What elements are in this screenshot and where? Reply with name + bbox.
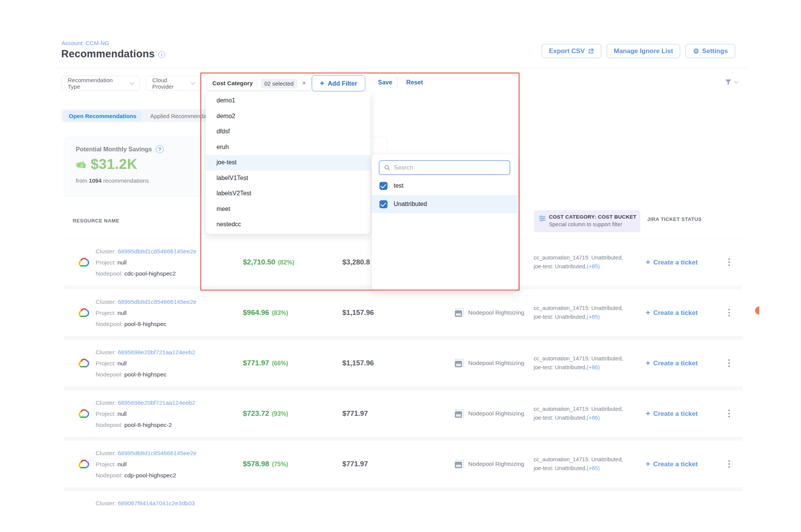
cost-category-option[interactable]: demo1 (206, 93, 370, 109)
kebab-menu-icon[interactable] (727, 358, 731, 368)
cost-category-option[interactable]: demo2 (206, 109, 370, 124)
bucket-search-input[interactable] (394, 164, 505, 171)
checkbox-checked-icon[interactable] (379, 182, 387, 190)
floating-widget-half-dot[interactable] (755, 307, 759, 315)
column-header-resource-name: RESOURCE NAME (73, 218, 119, 224)
cost-category-option[interactable]: eruh (206, 139, 370, 155)
cost-category-option[interactable]: joe-test (206, 155, 370, 170)
cloud-provider-filter[interactable]: Cloud Provider (146, 76, 201, 91)
info-icon[interactable]: i (158, 51, 165, 58)
potential-spend-cell: $1,157.96 (342, 359, 374, 367)
settings-button[interactable]: ⚙ Settings (685, 44, 735, 58)
kebab-menu-icon[interactable] (727, 307, 731, 318)
chevron-down-icon (734, 79, 738, 83)
kebab-menu-icon[interactable] (727, 459, 731, 469)
plus-icon: + (320, 79, 324, 88)
potential-savings-card: Potential Monthly Savings ? $31.2K from … (64, 137, 202, 197)
more-buckets-link[interactable]: (+85) (587, 314, 600, 320)
chevron-down-icon (191, 81, 195, 85)
nodepool-rightsizing-icon (455, 460, 464, 468)
checkbox-checked-icon[interactable] (379, 200, 387, 208)
cost-bucket-dropdown: test Unattributed (372, 154, 517, 291)
recommendation-type-filter[interactable]: Recommendation Type (61, 76, 140, 91)
recommendation-count: 1094 (89, 177, 101, 184)
manage-ignore-list-button[interactable]: Manage Ignore List (607, 44, 681, 58)
cluster-link[interactable]: 6895698e20bf721aa124eeb2 (118, 349, 195, 355)
cost-category-option[interactable]: labelsV2Test (206, 186, 370, 201)
breadcrumb-account: Account: CCM-NG (62, 40, 109, 46)
create-ticket-button[interactable]: + Create a ticket (646, 409, 698, 418)
monthly-savings-cell: $964.96(83%) (243, 308, 288, 317)
potential-spend-cell: $771.97 (342, 409, 368, 418)
gcp-cloud-icon (77, 458, 90, 470)
resource-name-cell: Cluster: 68995db8d1c854666145ee2e Projec… (96, 246, 197, 279)
table-row: Cluster: 689067f8414a7041c2e3db03 (64, 491, 742, 507)
plus-icon: + (646, 308, 650, 317)
savings-subtitle: from 1094 recommendations (76, 177, 149, 184)
cost-category-dropdown-list: demo1demo2dfdsferuhjoe-testlabelV1Testla… (206, 93, 370, 232)
table-row: Cluster: 6895698e20bf721aa124eeb2 Projec… (64, 390, 742, 437)
more-buckets-link[interactable]: (+86) (587, 415, 600, 421)
cost-category-option[interactable]: dfdsf (206, 124, 370, 139)
column-header-jira-status: JIRA TICKET STATUS (647, 216, 702, 222)
resource-name-cell: Cluster: 68995db8d1c854666145ee2e Projec… (96, 296, 197, 329)
gear-icon: ⚙ (693, 48, 699, 55)
tab-open-recommendations[interactable]: Open Recommendations (63, 111, 142, 121)
table-row: Cluster: 6895698e20bf721aa124eeb2 Projec… (64, 340, 742, 386)
create-ticket-button[interactable]: + Create a ticket (646, 460, 698, 469)
divider (397, 78, 397, 88)
monthly-savings-cell: $771.97(66%) (243, 359, 288, 367)
savings-card-title: Potential Monthly Savings (76, 146, 152, 153)
add-filter-button[interactable]: + Add Filter (312, 75, 365, 91)
nodepool-rightsizing-icon (455, 359, 464, 367)
monthly-savings-cell: $2,710.50(82%) (243, 258, 294, 266)
page-title: Recommendations (61, 48, 155, 60)
cost-bucket-option[interactable]: Unattributed (372, 195, 517, 213)
kebab-menu-icon[interactable] (727, 257, 731, 268)
plus-icon: + (646, 258, 650, 267)
more-buckets-link[interactable]: (+86) (587, 364, 600, 370)
recommendations-page: Account: CCM-NG Recommendations i Export… (0, 0, 801, 532)
cost-bucket-option[interactable]: test (372, 177, 517, 195)
export-csv-button[interactable]: Export CSV (542, 44, 601, 58)
more-buckets-link[interactable]: (+85) (587, 465, 600, 471)
recommendation-type-tag: Nodepool Rightsizing (455, 409, 524, 418)
sliders-icon (539, 215, 546, 222)
monthly-savings-cell: $578.98(75%) (243, 460, 288, 468)
create-ticket-button[interactable]: + Create a ticket (646, 258, 698, 267)
chip-divider (257, 79, 257, 87)
gcp-cloud-icon (77, 256, 90, 268)
cluster-link[interactable]: 68995db8d1c854666145ee2e (118, 450, 197, 456)
create-ticket-button[interactable]: + Create a ticket (646, 359, 698, 368)
reset-filter-button[interactable]: Reset (406, 79, 423, 86)
plus-icon: + (646, 460, 650, 469)
cost-bucket-cell: cc_automation_14715: Unattributed, joe-t… (534, 354, 623, 372)
cost-category-dropdown: demo1demo2dfdsferuhjoe-testlabelV1Testla… (206, 92, 370, 234)
plus-icon: + (646, 359, 650, 368)
gcp-cloud-icon (77, 408, 90, 419)
recommendation-type-tag: Nodepool Rightsizing (455, 359, 524, 367)
potential-spend-cell: $3,280.8 (342, 258, 370, 266)
cost-category-option[interactable]: meet (206, 201, 370, 217)
cluster-link[interactable]: 689067f8414a7041c2e3db03 (118, 500, 195, 506)
close-icon[interactable]: × (302, 79, 306, 87)
cluster-link[interactable]: 68995db8d1c854666145ee2e (118, 298, 197, 305)
resource-name-cell: Cluster: 68995db8d1c854666145ee2e Projec… (96, 448, 197, 481)
filter-panel-toggle[interactable] (724, 78, 738, 86)
create-ticket-button[interactable]: + Create a ticket (646, 308, 698, 317)
cost-bucket-cell: cc_automation_14715: Unattributed, joe-t… (534, 455, 623, 473)
monthly-savings-cell: $723.72(93%) (243, 409, 288, 418)
question-icon[interactable]: ? (156, 145, 164, 153)
cluster-link[interactable]: 6895698e20bf721aa124eeb2 (118, 399, 195, 406)
potential-spend-cell: $1,157.96 (342, 308, 374, 317)
recommendation-type-tag: Nodepool Rightsizing (455, 460, 524, 468)
cost-category-filter-chip[interactable]: Cost Category 02 selected × (207, 76, 312, 91)
funnel-icon (724, 78, 733, 86)
cost-category-option[interactable]: nestedcc (206, 217, 370, 232)
kebab-menu-icon[interactable] (727, 408, 731, 419)
cluster-link[interactable]: 68995db8d1c854666145ee2e (118, 248, 197, 255)
cost-category-option[interactable]: labelV1Test (206, 170, 370, 186)
bucket-search-box (379, 160, 510, 175)
save-filter-button[interactable]: Save (378, 79, 392, 86)
more-buckets-link[interactable]: (+85) (587, 263, 600, 269)
